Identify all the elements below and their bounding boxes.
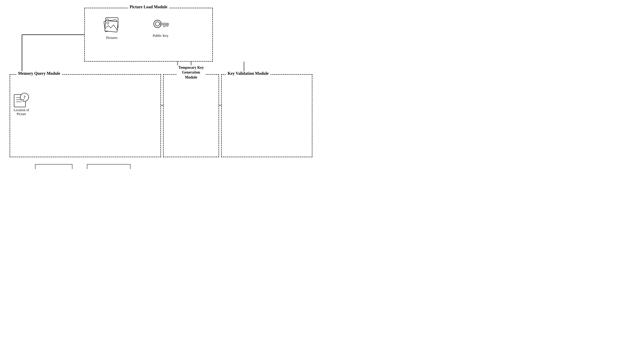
location-icon-container: ? Location ofPicture <box>13 91 30 116</box>
step-a-box: Apply to Map Application <box>35 164 72 169</box>
diagram-container: Picture Load Module <box>8 6 314 163</box>
memory-query-module-label: Memory Query Module <box>16 71 62 76</box>
svg-text:?: ? <box>24 95 26 100</box>
svg-rect-23 <box>160 23 168 25</box>
temp-key-module: Temporary KeyGenerationModule Generate T… <box>163 74 219 157</box>
location-icon: ? <box>13 91 30 108</box>
svg-rect-24 <box>164 25 165 27</box>
step-b-box: Get GPS Data & Refine GPS Data <box>87 164 130 169</box>
picture-load-module: Picture Load Module <box>84 8 213 62</box>
public-key-label: Public Key <box>153 34 168 38</box>
picture-load-module-label: Picture Load Module <box>128 5 169 9</box>
public-key-icon-container: Public Key <box>151 17 170 38</box>
key-validation-module-label: Key Validation Module <box>226 71 270 76</box>
public-key-icon <box>151 17 170 33</box>
temp-key-module-label: Temporary KeyGenerationModule <box>177 65 206 80</box>
memory-query-module: Memory Query Module ? Location ofPicture… <box>10 74 161 157</box>
pictures-icon <box>102 17 122 35</box>
key-validation-module: Key Validation Module Validate Key Step … <box>221 74 312 157</box>
pictures-icon-container: Pictures <box>102 17 122 40</box>
svg-rect-25 <box>166 25 168 26</box>
pictures-label: Pictures <box>106 36 118 40</box>
location-label: Location ofPicture <box>14 108 29 116</box>
svg-point-22 <box>156 22 160 26</box>
svg-rect-19 <box>104 21 118 32</box>
